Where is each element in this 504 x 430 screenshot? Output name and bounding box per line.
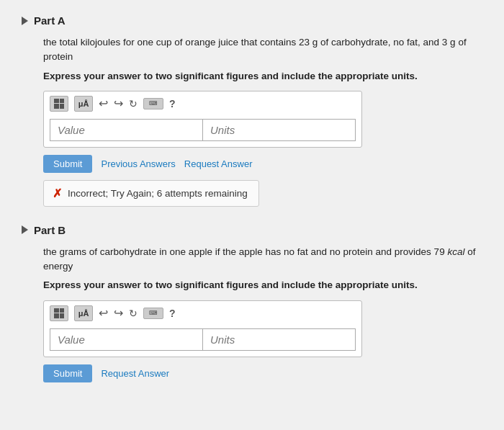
part-a-toolbar: μÅ ↩ ↪ ↻ ⌨ ?: [50, 96, 356, 115]
redo-icon-b[interactable]: ↪: [114, 306, 123, 320]
redo-icon[interactable]: ↪: [114, 97, 123, 110]
part-b-instruction: Express your answer to two significant f…: [43, 278, 482, 292]
undo-icon[interactable]: ↩: [99, 97, 108, 110]
part-a-title: Part A: [34, 14, 66, 27]
greek-label: μÅ: [78, 99, 89, 108]
part-a-answer-box: μÅ ↩ ↪ ↻ ⌨ ?: [43, 91, 362, 148]
grid-icon[interactable]: [50, 96, 68, 112]
undo-icon-b[interactable]: ↩: [99, 306, 108, 320]
part-b-section: Part B the grams of carbohydrate in one …: [22, 224, 482, 382]
part-b-actions: Submit Request Answer: [43, 364, 482, 382]
refresh-icon[interactable]: ↻: [129, 98, 138, 109]
greek-icon[interactable]: μÅ: [74, 96, 93, 112]
part-b-value-input[interactable]: [50, 328, 203, 351]
keyboard-icon-b[interactable]: ⌨: [143, 308, 163, 319]
part-a-submit-button[interactable]: Submit: [43, 155, 92, 173]
part-a-units-input[interactable]: [203, 119, 356, 141]
part-b-answer-box: μÅ ↩ ↪ ↻ ⌨ ?: [43, 300, 362, 357]
part-a-previous-answers-link[interactable]: Previous Answers: [101, 158, 175, 169]
keyboard-icon[interactable]: ⌨: [143, 98, 163, 109]
part-a-input-row: [50, 119, 356, 141]
part-a-section: Part A the total kilojoules for one cup …: [22, 14, 482, 207]
part-a-content: the total kilojoules for one cup of oran…: [43, 35, 482, 207]
greek-icon-b[interactable]: μÅ: [74, 305, 93, 321]
part-b-content: the grams of carbohydrate in one apple i…: [43, 245, 482, 382]
greek-label-b: μÅ: [78, 309, 89, 318]
part-a-request-answer-link[interactable]: Request Answer: [184, 158, 253, 169]
grid-icon-b[interactable]: [50, 305, 68, 321]
collapse-icon-b[interactable]: [22, 225, 28, 234]
part-b-request-answer-link[interactable]: Request Answer: [101, 368, 169, 379]
part-a-error-text: Incorrect; Try Again; 6 attempts remaini…: [68, 188, 248, 199]
part-a-question: the total kilojoules for one cup of oran…: [43, 35, 482, 65]
part-a-value-input[interactable]: [50, 119, 203, 141]
help-icon-b[interactable]: ?: [169, 308, 176, 319]
part-b-title: Part B: [34, 224, 66, 236]
part-a-error-box: ✗ Incorrect; Try Again; 6 attempts remai…: [43, 180, 259, 207]
part-b-input-row: [50, 328, 356, 351]
part-a-instruction: Express your answer to two significant f…: [43, 69, 482, 84]
collapse-icon-a[interactable]: [22, 17, 28, 25]
refresh-icon-b[interactable]: ↻: [129, 308, 138, 319]
part-b-question: the grams of carbohydrate in one apple i…: [43, 245, 482, 274]
part-b-toolbar: μÅ ↩ ↪ ↻ ⌨ ?: [50, 305, 356, 324]
part-a-header: Part A: [22, 14, 482, 27]
help-icon[interactable]: ?: [169, 98, 176, 109]
error-icon: ✗: [53, 187, 62, 200]
part-b-header: Part B: [22, 224, 482, 236]
part-b-submit-button[interactable]: Submit: [43, 364, 92, 382]
part-a-actions: Submit Previous Answers Request Answer: [43, 155, 482, 173]
part-b-units-input[interactable]: [203, 328, 356, 351]
